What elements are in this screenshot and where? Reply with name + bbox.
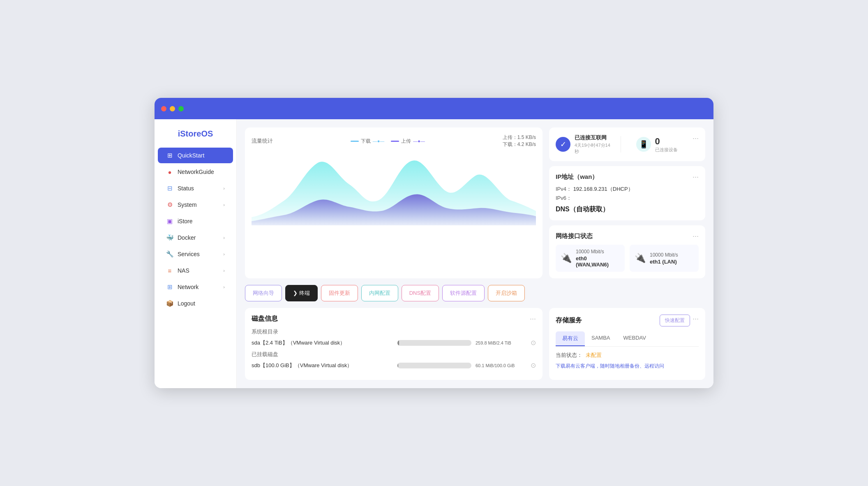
chevron-right-icon: › <box>223 202 225 207</box>
ip-more-button[interactable]: ··· <box>693 173 699 181</box>
storage-tabs: 易有云 SAMBA WEBDAV <box>556 331 699 347</box>
sidebar-item-system[interactable]: ⚙ System › <box>158 197 233 213</box>
network-guide-button[interactable]: 网络向导 <box>245 285 282 301</box>
interface-row: 🔌 10000 Mbit/s eth0 (WAN,WAN6) 🔌 10000 M… <box>556 245 699 272</box>
eth0-info: 10000 Mbit/s eth0 (WAN,WAN6) <box>576 249 620 268</box>
docker-icon: 🐳 <box>166 234 173 241</box>
sidebar-item-services[interactable]: 🔧 Services › <box>158 246 233 262</box>
sidebar-item-network[interactable]: ⊞ Network › <box>158 279 233 295</box>
eth0-icon: 🔌 <box>561 253 572 264</box>
sidebar-item-istore[interactable]: ▣ iStore <box>158 213 233 229</box>
internet-status: ✓ 已连接互联网 4天19小时47分14秒 <box>556 134 614 155</box>
tab-samba[interactable]: SAMBA <box>585 331 617 346</box>
sidebar-item-logout[interactable]: 📦 Logout <box>158 296 233 311</box>
traffic-legend: 下载 —●— 上传 —●— <box>351 138 425 145</box>
vertical-divider <box>621 136 621 153</box>
eth1-item: 🔌 10000 Mbit/s eth1 (LAN) <box>630 245 699 272</box>
sdb-bar <box>397 363 398 368</box>
status-icon: ⊟ <box>166 185 173 192</box>
disk-header: 磁盘信息 ··· <box>252 315 536 323</box>
chevron-right-icon: › <box>223 285 225 289</box>
sidebar: iStoreOS ⊞ QuickStart ● NetworkGuide ⊟ S… <box>155 119 237 388</box>
window-controls <box>161 106 184 111</box>
right-panel: ✓ 已连接互联网 4天19小时47分14秒 📱 0 <box>549 127 705 278</box>
sda-row: sda【2.4 TiB】（VMware Virtual disk） 259.8 … <box>252 339 536 347</box>
ip-card-header: IP地址（wan） ··· <box>556 173 699 181</box>
sidebar-item-quickstart[interactable]: ⊞ QuickStart <box>158 148 233 163</box>
chevron-right-icon: › <box>223 268 225 273</box>
interface-card: 网络接口状态 ··· 🔌 10000 Mbit/s eth0 (WAN,WAN6… <box>549 225 705 278</box>
eth1-icon: 🔌 <box>635 253 646 264</box>
chevron-right-icon: › <box>223 186 225 191</box>
minimize-button[interactable] <box>170 106 175 111</box>
connected-icon: ✓ <box>556 137 570 152</box>
traffic-chart <box>252 151 536 225</box>
maximize-button[interactable] <box>178 106 184 111</box>
main-content: 流量统计 下载 —●— 上传 —●— <box>237 119 713 388</box>
connection-status-card: ✓ 已连接互联网 4天19小时47分14秒 📱 0 <box>549 127 705 161</box>
chevron-right-icon: › <box>223 235 225 240</box>
network-icon: ⊞ <box>166 283 173 291</box>
connection-text: 已连接互联网 4天19小时47分14秒 <box>575 134 614 155</box>
titlebar <box>155 98 713 119</box>
eth0-item: 🔌 10000 Mbit/s eth0 (WAN,WAN6) <box>556 245 625 272</box>
legend-line-up <box>391 141 399 142</box>
disk-card: 磁盘信息 ··· 系统根目录 sda【2.4 TiB】（VMware Virtu… <box>245 308 542 380</box>
chevron-right-icon: › <box>223 252 225 257</box>
disk-more-button[interactable]: ··· <box>530 315 536 323</box>
tab-yiyuyun[interactable]: 易有云 <box>556 331 585 346</box>
app-logo: iStoreOS <box>155 124 236 147</box>
interface-card-header: 网络接口状态 ··· <box>556 232 699 241</box>
storage-card: 存储服务 快速配置 ··· 易有云 SAMBA WEBDAV 当前状态： 未配置 <box>549 308 705 380</box>
interface-more-button[interactable]: ··· <box>693 232 699 241</box>
intranet-button[interactable]: 内网配置 <box>361 285 398 301</box>
sda-bar <box>397 340 399 346</box>
software-source-button[interactable]: 软件源配置 <box>442 285 485 301</box>
firmware-button[interactable]: 固件更新 <box>321 285 358 301</box>
istore-icon: ▣ <box>166 218 173 225</box>
tab-webdav[interactable]: WEBDAV <box>617 331 653 346</box>
legend-download: 下载 —●— <box>351 138 385 145</box>
sda-more-button[interactable]: ⊙ <box>531 339 536 347</box>
device-info: 📱 0 已连接设备 <box>628 136 686 153</box>
services-icon: 🔧 <box>166 250 173 258</box>
device-icon: 📱 <box>636 137 651 152</box>
status-more-button[interactable]: ··· <box>693 134 699 143</box>
sidebar-item-status[interactable]: ⊟ Status › <box>158 181 233 196</box>
quick-config-button[interactable]: 快速配置 <box>660 315 690 326</box>
nas-icon: ≡ <box>166 267 173 274</box>
sdb-more-button[interactable]: ⊙ <box>531 361 536 369</box>
ipv6-row: IPv6： <box>556 194 699 202</box>
sandbox-button[interactable]: 开启沙箱 <box>488 285 525 301</box>
sdb-bar-wrap <box>397 363 471 368</box>
main-window: iStoreOS ⊞ QuickStart ● NetworkGuide ⊟ S… <box>155 98 713 388</box>
action-buttons: 网络向导 ❯ 终端 固件更新 内网配置 DNS配置 软件源配置 开启沙箱 <box>245 285 705 301</box>
legend-upload: 上传 —●— <box>391 138 425 145</box>
legend-line-down <box>351 141 359 142</box>
storage-status-row: 当前状态： 未配置 <box>556 352 699 359</box>
traffic-speed: 上传：1.5 KB/s 下载：4.2 KB/s <box>503 134 536 148</box>
dns-config-button[interactable]: DNS配置 <box>402 285 439 301</box>
networkguide-icon: ● <box>166 168 173 176</box>
ip-info-card: IP地址（wan） ··· IPv4： 192.168.9.231（DHCP） … <box>549 166 705 220</box>
device-count-info: 0 已连接设备 <box>655 136 678 153</box>
ipv4-row: IPv4： 192.168.9.231（DHCP） <box>556 185 699 193</box>
sidebar-item-networkguide[interactable]: ● NetworkGuide <box>158 164 233 180</box>
traffic-header: 流量统计 下载 —●— 上传 —●— <box>252 134 536 148</box>
close-button[interactable] <box>161 106 166 111</box>
storage-header: 存储服务 快速配置 ··· <box>556 315 699 326</box>
main-layout: iStoreOS ⊞ QuickStart ● NetworkGuide ⊟ S… <box>155 119 713 388</box>
top-section: 流量统计 下载 —●— 上传 —●— <box>245 127 705 278</box>
system-icon: ⚙ <box>166 201 173 208</box>
terminal-button[interactable]: ❯ 终端 <box>285 285 318 301</box>
eth1-info: 10000 Mbit/s eth1 (LAN) <box>650 252 678 265</box>
sidebar-item-nas[interactable]: ≡ NAS › <box>158 263 233 278</box>
status-row: ✓ 已连接互联网 4天19小时47分14秒 📱 0 <box>556 134 699 155</box>
sdb-row: sdb【100.0 GiB】（VMware Virtual disk） 60.1… <box>252 361 536 369</box>
storage-header-right: 快速配置 ··· <box>660 315 699 326</box>
traffic-title: 流量统计 <box>252 137 273 145</box>
storage-more-button[interactable]: ··· <box>693 315 699 323</box>
traffic-card: 流量统计 下载 —●— 上传 —●— <box>245 127 542 278</box>
logout-icon: 📦 <box>166 300 173 307</box>
sidebar-item-docker[interactable]: 🐳 Docker › <box>158 230 233 245</box>
